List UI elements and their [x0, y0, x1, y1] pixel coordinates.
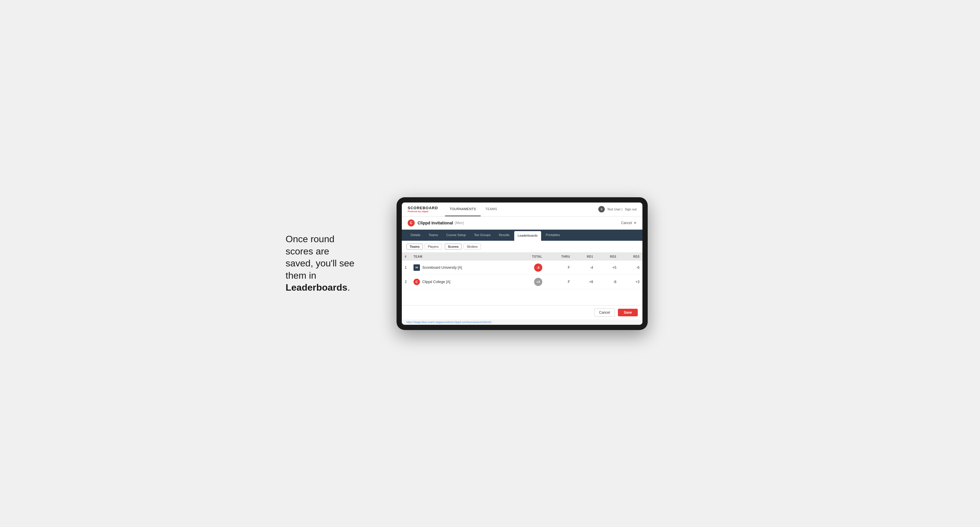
col-total: TOTAL	[514, 253, 545, 260]
desc-line5-end: .	[347, 282, 350, 293]
logo-title: SCOREBOARD	[408, 206, 438, 210]
score-badge-2: +3	[534, 278, 542, 286]
desc-line3: saved, you'll see	[286, 258, 355, 268]
team-2: C Clippd College [A]	[410, 275, 514, 289]
desc-line4: them in	[286, 270, 316, 281]
filter-scores[interactable]: Scores	[445, 244, 462, 249]
page-wrapper: Once round scores are saved, you'll see …	[286, 197, 694, 330]
tournament-title: Clippd Invitational	[418, 221, 453, 225]
rank-2: 2	[402, 275, 410, 289]
rd3-1: -6	[619, 260, 643, 275]
team-name-2: Clippd College [A]	[422, 280, 450, 284]
cancel-top-label: Cancel	[621, 221, 632, 225]
col-team: TEAM	[410, 253, 514, 260]
score-badge-1: -5	[534, 264, 542, 271]
desc-line2: scores are	[286, 246, 329, 257]
filter-players[interactable]: Players	[425, 244, 442, 249]
cancel-button[interactable]: Cancel	[594, 308, 615, 317]
col-thru: THRU	[545, 253, 573, 260]
desc-line5-bold: Leaderboards	[286, 282, 347, 293]
nav-tournaments[interactable]: TOURNAMENTS	[445, 203, 480, 216]
tab-teams[interactable]: Teams	[425, 230, 442, 241]
tab-course-setup[interactable]: Course Setup	[442, 230, 470, 241]
team-logo-sb: SB	[414, 264, 420, 271]
tab-details[interactable]: Details	[406, 230, 425, 241]
status-url: https://stage-blue-coach.stagescorebord.…	[406, 321, 492, 324]
filter-strokes[interactable]: Strokes	[463, 244, 480, 249]
tab-tee-groups[interactable]: Tee Groups	[470, 230, 495, 241]
nav-teams[interactable]: TEAMS	[480, 203, 502, 216]
total-2: +3	[514, 275, 545, 289]
header-right: S Test User | Sign out	[598, 206, 636, 213]
table-row: 1 SB Scoreboard University [A] -5 F	[402, 260, 643, 275]
rd1-2: +8	[573, 275, 596, 289]
cancel-top-button[interactable]: Cancel ✕	[621, 221, 636, 225]
tournament-subtitle: (Men)	[455, 221, 464, 225]
team-1: SB Scoreboard University [A]	[410, 260, 514, 275]
filter-teams[interactable]: Teams	[406, 244, 423, 249]
user-avatar: S	[598, 206, 605, 213]
tablet-frame: SCOREBOARD Powered by clippd TOURNAMENTS…	[396, 197, 648, 330]
tab-printables[interactable]: Printables	[542, 230, 564, 241]
sign-out-link[interactable]: Sign out	[625, 208, 636, 211]
tab-results[interactable]: Results	[495, 230, 514, 241]
table-header-row: # TEAM TOTAL THRU RD1 RD2 RD3	[402, 253, 643, 260]
team-logo-c: C	[414, 279, 420, 285]
app-footer: Cancel Save	[402, 305, 643, 319]
tablet-screen: SCOREBOARD Powered by clippd TOURNAMENTS…	[402, 203, 643, 325]
tab-leaderboards[interactable]: Leaderboards	[514, 231, 541, 241]
leaderboard-table: # TEAM TOTAL THRU RD1 RD2 RD3 1	[402, 253, 643, 289]
thru-2: F	[545, 275, 573, 289]
rd1-1: -4	[573, 260, 596, 275]
leaderboard-content: # TEAM TOTAL THRU RD1 RD2 RD3 1	[402, 253, 643, 305]
logo-subtitle: Powered by clippd	[408, 210, 438, 213]
tournament-icon: C	[408, 219, 415, 227]
left-description: Once round scores are saved, you'll see …	[286, 233, 379, 294]
rank-1: 1	[402, 260, 410, 275]
col-rank: #	[402, 253, 410, 260]
close-icon: ✕	[634, 221, 636, 225]
table-row: 2 C Clippd College [A] +3 F	[402, 275, 643, 289]
save-button[interactable]: Save	[618, 309, 638, 316]
sub-nav: Details Teams Course Setup Tee Groups Re…	[402, 230, 643, 241]
rd3-2: +3	[619, 275, 643, 289]
total-1: -5	[514, 260, 545, 275]
col-rd1: RD1	[573, 253, 596, 260]
thru-1: F	[545, 260, 573, 275]
logo-brand: clippd	[422, 210, 428, 213]
main-nav: TOURNAMENTS TEAMS	[445, 203, 502, 216]
col-rd3: RD3	[619, 253, 643, 260]
desc-line1: Once round	[286, 234, 334, 244]
rd2-1: +5	[596, 260, 619, 275]
team-name-1: Scoreboard University [A]	[422, 265, 462, 270]
status-bar: https://stage-blue-coach.stagescorebord.…	[402, 319, 643, 325]
rd2-2: -8	[596, 275, 619, 289]
user-name: Test User |	[607, 208, 622, 211]
app-header: SCOREBOARD Powered by clippd TOURNAMENTS…	[402, 203, 643, 216]
filter-bar: Teams Players Scores Strokes	[402, 241, 643, 253]
col-rd2: RD2	[596, 253, 619, 260]
app-logo: SCOREBOARD Powered by clippd	[408, 206, 438, 213]
tournament-header: C Clippd Invitational (Men) Cancel ✕	[402, 216, 643, 230]
